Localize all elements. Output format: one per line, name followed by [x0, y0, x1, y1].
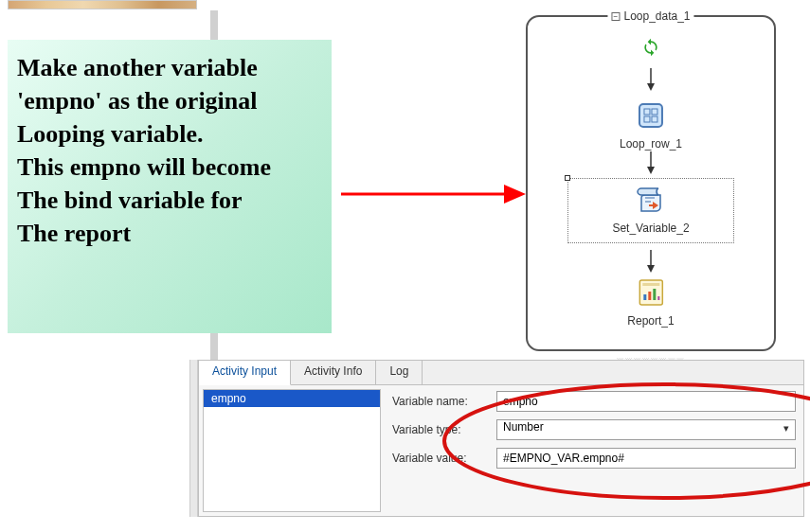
variable-list[interactable]: empno [203, 389, 381, 512]
properties-panel: Activity Input Activity Info Log empno V… [198, 360, 804, 517]
loop-data-label: Loop_data_1 [623, 9, 690, 23]
list-item[interactable]: empno [204, 390, 380, 407]
svg-rect-15 [643, 294, 646, 300]
vertical-divider-2 [189, 360, 198, 517]
panel-tabs: Activity Input Activity Info Log [199, 361, 803, 385]
set-variable-node[interactable]: Set_Variable_2 [567, 178, 734, 243]
var-name-label: Variable name: [392, 395, 487, 408]
loop-data-header[interactable]: − Loop_data_1 [607, 9, 693, 23]
loop-data-container[interactable]: − Loop_data_1 Loop_row_1 [526, 15, 776, 351]
svg-marker-3 [647, 83, 655, 91]
svg-marker-10 [647, 167, 655, 174]
svg-rect-4 [639, 104, 662, 127]
red-arrow [341, 175, 526, 213]
tab-activity-input[interactable]: Activity Input [199, 361, 291, 385]
report-label: Report_1 [627, 314, 674, 328]
set-variable-label: Set_Variable_2 [568, 222, 733, 235]
loop-row-node[interactable]: Loop_row_1 [620, 100, 682, 151]
var-type-label: Variable type: [392, 423, 487, 436]
tab-activity-info[interactable]: Activity Info [291, 361, 376, 384]
thumbnail-strip [8, 0, 197, 9]
svg-rect-17 [653, 289, 656, 300]
selection-handle[interactable] [565, 175, 570, 181]
report-node[interactable]: Report_1 [627, 277, 674, 328]
variable-type-select[interactable]: Number [496, 419, 796, 440]
annotation-note: Make another variable 'empno' as the ori… [8, 40, 332, 333]
svg-marker-1 [504, 185, 526, 204]
collapse-icon[interactable]: − [611, 12, 620, 21]
report-chart-icon [636, 277, 666, 308]
flow-arrow-icon [645, 151, 657, 176]
var-value-label: Variable value: [392, 452, 487, 465]
tab-log[interactable]: Log [376, 361, 423, 384]
svg-rect-18 [657, 296, 659, 300]
loop-row-label: Loop_row_1 [620, 137, 682, 151]
grid-icon [636, 100, 666, 131]
variable-type-value: Number [503, 420, 544, 434]
svg-marker-12 [647, 265, 655, 273]
scroll-arrow-icon [636, 185, 666, 215]
flow-arrow-icon [645, 250, 657, 275]
svg-rect-16 [648, 292, 651, 300]
workflow-canvas[interactable]: − Loop_data_1 Loop_row_1 [526, 15, 776, 351]
svg-rect-14 [642, 283, 659, 286]
loop-icon [641, 38, 660, 57]
variable-fields: Variable name: Variable type: Number Var… [385, 385, 803, 516]
variable-value-input[interactable] [496, 448, 796, 469]
flow-arrow-icon [645, 68, 657, 93]
variable-name-input[interactable] [496, 391, 796, 412]
